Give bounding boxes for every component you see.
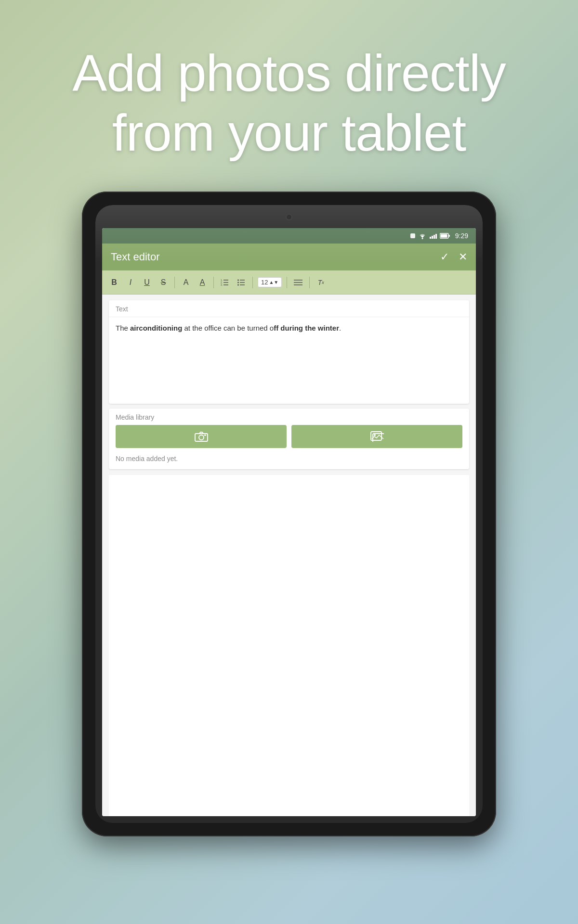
- text-editor-content[interactable]: The airconditioning at the office can be…: [109, 317, 469, 404]
- battery-icon: [440, 233, 450, 239]
- notification-icon: [410, 233, 415, 238]
- media-library-card: Media library: [109, 409, 469, 469]
- tablet-screen: 9:29 Text editor ✓ ✕ B I U S: [102, 228, 476, 816]
- headline-container: Add photos directly from your tablet: [72, 43, 506, 163]
- toolbar-separator-5: [309, 277, 310, 288]
- ordered-list-button[interactable]: 1.2.3.: [219, 276, 231, 289]
- wifi-icon: [418, 232, 427, 239]
- font-size-value: 12: [261, 279, 268, 286]
- close-button[interactable]: ✕: [459, 252, 467, 262]
- svg-point-13: [237, 279, 239, 281]
- media-section-label: Media library: [109, 409, 469, 425]
- text-normal-middle: at the office can be turned o: [182, 324, 274, 332]
- text-bold-airconditioning: airconditioning: [130, 324, 182, 332]
- titlebar-actions: ✓ ✕: [440, 252, 467, 262]
- gallery-icon: [370, 431, 384, 442]
- svg-point-24: [374, 434, 376, 436]
- svg-rect-3: [440, 234, 447, 238]
- clear-format-button[interactable]: Tx: [315, 276, 327, 289]
- tablet-shell: 9:29 Text editor ✓ ✕ B I U S: [82, 192, 496, 836]
- camera-button[interactable]: [116, 425, 287, 448]
- toolbar-separator-3: [252, 277, 253, 288]
- formatting-toolbar: B I U S A A 1.2.3. 12: [102, 270, 476, 295]
- camera-icon: [195, 431, 208, 442]
- font-highlight-button[interactable]: A: [196, 276, 209, 289]
- svg-text:3.: 3.: [221, 283, 223, 286]
- toolbar-separator-1: [174, 277, 175, 288]
- svg-point-20: [199, 435, 204, 440]
- text-section-label: Text: [109, 300, 469, 317]
- svg-point-15: [237, 284, 239, 285]
- status-time: 9:29: [455, 232, 468, 240]
- svg-point-14: [237, 282, 239, 283]
- headline-line1: Add photos directly: [72, 43, 506, 103]
- align-button[interactable]: [292, 276, 304, 289]
- font-size-selector[interactable]: 12 ▲▼: [258, 277, 282, 287]
- text-normal-end: .: [339, 324, 341, 332]
- app-titlebar: Text editor ✓ ✕: [102, 244, 476, 270]
- bold-button[interactable]: B: [108, 276, 120, 289]
- font-size-arrows: ▲▼: [269, 280, 278, 285]
- strikethrough-button[interactable]: S: [157, 276, 170, 289]
- italic-button[interactable]: I: [124, 276, 137, 289]
- status-bar: 9:29: [102, 228, 476, 244]
- toolbar-separator-2: [213, 277, 214, 288]
- app-title: Text editor: [111, 251, 160, 263]
- svg-rect-21: [204, 435, 206, 436]
- toolbar-separator-4: [287, 277, 287, 288]
- tablet-device: 9:29 Text editor ✓ ✕ B I U S: [82, 192, 496, 836]
- tablet-screen-area: 9:29 Text editor ✓ ✕ B I U S: [95, 205, 483, 823]
- svg-rect-2: [448, 235, 450, 237]
- content-area: Text The airconditioning at the office c…: [102, 295, 476, 816]
- tablet-camera: [286, 214, 292, 220]
- text-normal-start: The: [116, 324, 130, 332]
- confirm-button[interactable]: ✓: [440, 252, 449, 262]
- white-content-area: [109, 475, 469, 816]
- font-color-button[interactable]: A: [180, 276, 192, 289]
- svg-point-0: [421, 238, 423, 239]
- underline-button[interactable]: U: [141, 276, 153, 289]
- status-bar-icons: 9:29: [410, 232, 468, 240]
- media-buttons-row: [109, 425, 469, 453]
- unordered-list-button[interactable]: [235, 276, 248, 289]
- headline-line2: from your tablet: [72, 103, 506, 163]
- signal-icon: [430, 233, 437, 239]
- gallery-button[interactable]: [291, 425, 462, 448]
- no-media-message: No media added yet.: [109, 453, 469, 469]
- text-bold-ff: ff during the winter: [274, 324, 339, 332]
- text-editor-card: Text The airconditioning at the office c…: [109, 300, 469, 404]
